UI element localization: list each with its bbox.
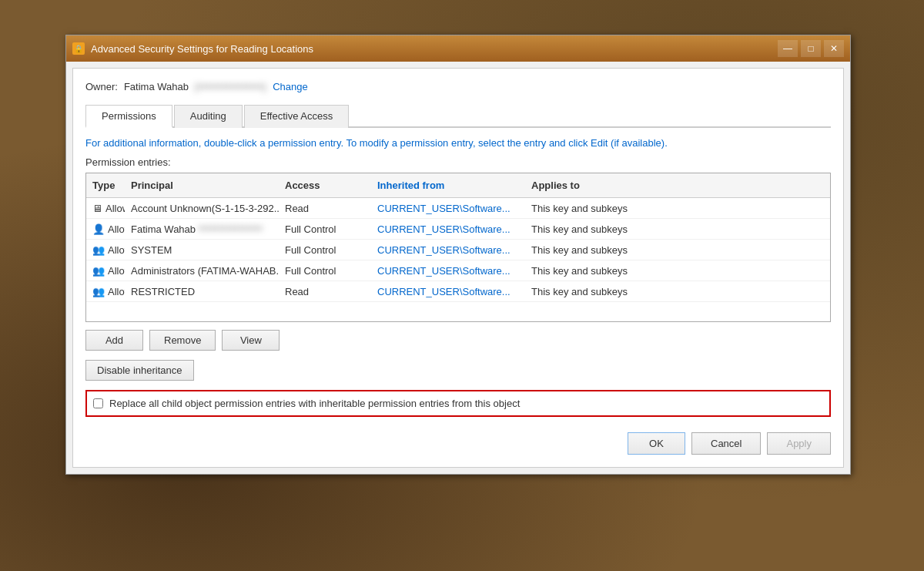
apply-button[interactable]: Apply	[767, 432, 831, 455]
row0-inherited: CURRENT_USER\Software...	[371, 200, 525, 217]
cancel-button[interactable]: Cancel	[691, 432, 761, 455]
owner-row: Owner: Fatima Wahab (••••••••••••••••) C…	[85, 81, 831, 92]
permission-entries-label: Permission entries:	[85, 156, 831, 168]
col-access: Access	[279, 176, 371, 194]
row1-type: 👤 Allow	[86, 220, 125, 237]
col-principal: Principal	[125, 176, 279, 194]
col-type: Type	[86, 176, 125, 194]
owner-blurred: (••••••••••••••••)	[192, 82, 267, 92]
maximize-button[interactable]: □	[801, 40, 821, 57]
row4-icon: 👥	[92, 285, 105, 297]
col-applies-to: Applies to	[525, 176, 648, 194]
row3-inherited: CURRENT_USER\Software...	[371, 262, 525, 279]
remove-button[interactable]: Remove	[149, 330, 216, 351]
row0-applies: This key and subkeys	[525, 200, 648, 217]
ok-button[interactable]: OK	[628, 432, 685, 455]
row1-applies: This key and subkeys	[525, 220, 648, 237]
row4-principal: RESTRICTED	[125, 283, 279, 300]
change-owner-link[interactable]: Change	[273, 81, 308, 92]
row0-type: 🖥 Allow	[86, 200, 125, 217]
row2-icon: 👥	[92, 244, 105, 256]
col-inherited-from: Inherited from	[371, 176, 525, 194]
table-header: Type Principal Access Inherited from App…	[86, 173, 830, 198]
permissions-table: Type Principal Access Inherited from App…	[85, 173, 831, 322]
tab-permissions[interactable]: Permissions	[85, 105, 172, 128]
view-button[interactable]: View	[222, 330, 280, 351]
owner-label: Owner:	[85, 81, 118, 92]
main-window: 🔒 Advanced Security Settings for Reading…	[65, 35, 851, 475]
table-row[interactable]: 👤 Allow Fatima Wahab •••••••••••••••• Fu…	[86, 219, 830, 240]
tab-effective-access[interactable]: Effective Access	[244, 105, 349, 128]
tab-auditing[interactable]: Auditing	[174, 105, 243, 128]
replace-permissions-row: Replace all child object permission entr…	[85, 390, 831, 417]
info-text: For additional information, double-click…	[85, 137, 831, 149]
row3-applies: This key and subkeys	[525, 262, 648, 279]
row3-access: Full Control	[279, 262, 371, 279]
minimize-button[interactable]: —	[778, 40, 798, 57]
row1-principal: Fatima Wahab ••••••••••••••••	[125, 220, 279, 237]
table-row[interactable]: 👥 Allow RESTRICTED Read CURRENT_USER\Sof…	[86, 281, 830, 302]
table-row[interactable]: 🖥 Allow Account Unknown(S-1-15-3-292... …	[86, 198, 830, 219]
owner-name: Fatima Wahab (••••••••••••••••)	[124, 81, 266, 92]
row1-inherited: CURRENT_USER\Software...	[371, 220, 525, 237]
title-bar: 🔒 Advanced Security Settings for Reading…	[66, 35, 850, 62]
disable-inheritance-button[interactable]: Disable inheritance	[85, 360, 194, 381]
row4-type: 👥 Allow	[86, 283, 125, 300]
row3-principal: Administrators (FATIMA-WAHAB...	[125, 262, 279, 279]
table-row[interactable]: 👥 Allow SYSTEM Full Control CURRENT_USER…	[86, 240, 830, 260]
replace-permissions-checkbox[interactable]	[93, 398, 103, 408]
add-button[interactable]: Add	[85, 330, 143, 351]
row1-access: Full Control	[279, 220, 371, 237]
row2-principal: SYSTEM	[125, 241, 279, 258]
window-controls: — □ ✕	[778, 40, 844, 57]
row2-access: Full Control	[279, 241, 371, 258]
table-row[interactable]: 👥 Allow Administrators (FATIMA-WAHAB... …	[86, 260, 830, 281]
window-icon: 🔒	[72, 42, 85, 55]
close-button[interactable]: ✕	[824, 40, 844, 57]
row4-access: Read	[279, 283, 371, 300]
row3-icon: 👥	[92, 264, 105, 277]
row2-applies: This key and subkeys	[525, 241, 648, 258]
dialog-buttons: OK Cancel Apply	[85, 429, 831, 455]
window-title: Advanced Security Settings for Reading L…	[91, 43, 778, 55]
row1-icon: 👤	[92, 223, 105, 235]
row0-principal: Account Unknown(S-1-15-3-292...	[125, 200, 279, 217]
replace-permissions-label: Replace all child object permission entr…	[109, 398, 520, 409]
row3-type: 👥 Allow	[86, 262, 125, 279]
row0-access: Read	[279, 200, 371, 217]
row2-inherited: CURRENT_USER\Software...	[371, 241, 525, 258]
table-body: 🖥 Allow Account Unknown(S-1-15-3-292... …	[86, 198, 830, 321]
dialog-content: Owner: Fatima Wahab (••••••••••••••••) C…	[72, 68, 844, 468]
action-buttons: Add Remove View	[85, 330, 831, 351]
row4-applies: This key and subkeys	[525, 283, 648, 300]
row0-icon: 🖥	[92, 202, 102, 214]
row2-type: 👥 Allow	[86, 241, 125, 258]
tabs-container: Permissions Auditing Effective Access	[85, 103, 831, 128]
row4-inherited: CURRENT_USER\Software...	[371, 283, 525, 300]
